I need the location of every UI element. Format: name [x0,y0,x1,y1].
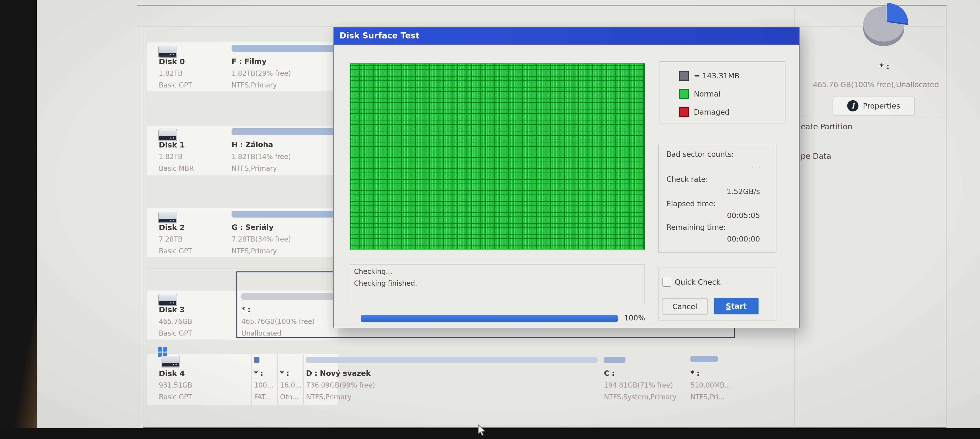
quick-check-checkbox[interactable] [662,278,671,286]
disk-surface-test-dialog: Disk Surface Test = 143.31MB Normal Dama… [333,27,800,328]
info-icon: i [847,100,859,111]
damaged-label: Damaged [694,108,730,116]
log-line-finished: Checking finished. [354,279,417,287]
partition-name[interactable]: * : [254,369,263,377]
window-bottom-border [143,427,947,428]
disk-size: 1.82TB [159,153,183,161]
partition-capacity-bar [604,357,625,363]
partition-fs: Oth... [280,393,299,401]
partition-fs: NTFS,Pri... [690,393,724,401]
cancel-button[interactable]: Cancel [662,298,708,315]
remaining-time-value: 00:00:00 [677,235,760,243]
menu-item-wipe-data[interactable]: pe Data [801,151,831,161]
partition-fs: NTFS,System,Primary [604,393,676,401]
disk-type: Basic GPT [159,329,192,337]
hard-drive-icon [158,129,177,141]
disk-name: Disk 2 [159,223,185,232]
row-separator [147,103,333,103]
normal-swatch [679,89,689,99]
partition-size: 1.82TB(14% free) [232,153,291,161]
partition-name[interactable]: D : Nový svazek [306,369,371,377]
remaining-time-label: Remaining time: [667,223,726,232]
windows-logo-icon [158,347,167,357]
partition-cell-divider [277,354,278,405]
progress-bar-fill [361,315,618,322]
dialog-title: Disk Surface Test [340,31,420,40]
dialog-title-bar[interactable]: Disk Surface Test [334,27,799,45]
partition-name[interactable]: * : [690,369,700,377]
selected-partition-label: * : [858,62,912,71]
partition-name[interactable]: C : [604,369,615,377]
partition-name[interactable]: G : Seriály [232,223,274,232]
hard-drive-icon [161,356,180,367]
cancel-label: Cancel [672,302,697,311]
normal-label: Normal [694,90,721,98]
partition-name[interactable]: F : Filmy [232,57,267,66]
disk-type: Basic GPT [159,247,192,255]
block-unit-swatch [679,71,689,81]
partition-cell-divider [303,354,304,405]
partition-size: 100... [254,381,273,389]
selected-partition-info: 465.76 GB(100% free),Unallocated [801,80,951,89]
hard-drive-icon [158,294,177,306]
block-unit-label: = 143.31MB [694,72,740,80]
hard-drive-icon [158,212,177,223]
disk-type: Basic GPT [159,393,192,401]
elapsed-time-label: Elapsed time: [667,199,716,208]
partition-name[interactable]: H : Záloha [232,140,273,149]
menu-item-create-partition[interactable]: eate Partition [801,122,852,131]
partition-capacity-bar [254,357,259,363]
screen: Disk 0 1.82TB Basic GPT F : Filmy 1.82TB… [0,0,980,439]
window-left-border [143,26,143,428]
partition-fs: FAT... [254,393,271,401]
monitor-bezel-left [0,0,37,439]
disk-name: Disk 3 [159,305,185,314]
partition-size: 1.82TB(29% free) [232,69,291,77]
disk-type: Basic MBR [159,164,194,172]
disk-type: Basic GPT [159,81,192,89]
bad-sector-counts-label: Bad sector counts: [667,150,734,159]
mouse-cursor [477,424,488,437]
partition-size: 736.09GB(99% free) [306,381,375,389]
properties-label: Properties [863,102,900,110]
bad-sector-counts-value: --- [677,162,760,171]
disk-name: Disk 0 [159,57,185,66]
partition-name[interactable]: * : [280,369,289,377]
disk-size: 465.76GB [159,318,192,326]
right-panel-section-divider [794,117,946,117]
partition-fs: NTFS,Primary [232,247,277,255]
check-rate-value: 1.52GB/s [677,187,760,196]
start-button[interactable]: Start [714,298,759,314]
toolbar-divider [137,26,946,27]
row-separator [147,348,333,348]
disk-name: Disk 4 [159,369,185,378]
check-rate-label: Check rate: [667,175,708,183]
disk-name: Disk 1 [159,140,185,149]
log-line-checking: Checking... [354,267,392,275]
partition-capacity-bar [690,356,718,362]
disk-size: 1.82TB [159,69,183,77]
damaged-swatch [679,107,689,117]
disk-size: 931.51GB [159,381,192,389]
partition-size: 194.81GB(71% free) [604,381,673,389]
window-right-border [946,5,947,428]
monitor-bezel-bottom [0,428,980,439]
elapsed-time-value: 00:05:05 [677,211,760,220]
progress-percent: 100% [624,313,645,322]
partition-capacity-bar [306,357,598,363]
progress-bar [361,315,618,322]
partition-size: 16.0... [280,381,301,389]
partition-fs: NTFS,Primary [232,81,277,89]
partition-fs: NTFS,Primary [306,393,351,401]
row-separator [147,186,333,186]
window-top-border [137,5,946,6]
disk-size: 7.28TB [159,235,183,243]
row-separator [147,269,333,269]
hard-drive-icon [158,46,177,57]
disk-usage-pie-chart [860,0,924,62]
partition-size: 7.28TB(34% free) [232,235,291,243]
partition-size: 510.00MB... [690,381,731,389]
start-label: Start [726,302,746,310]
partition-cell-divider [251,354,251,405]
properties-button[interactable]: i Properties [832,96,915,116]
